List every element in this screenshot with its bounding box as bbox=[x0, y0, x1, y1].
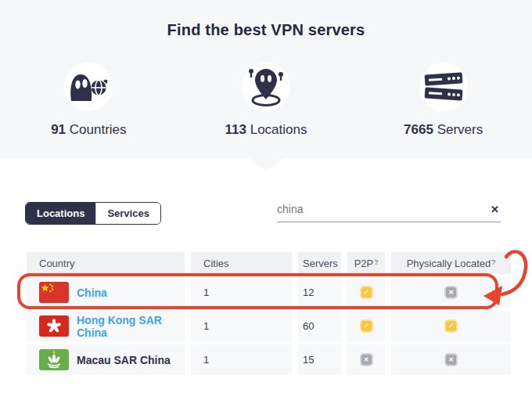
country-link[interactable]: Hong Kong SAR China bbox=[77, 314, 185, 339]
servers-count: 7665 bbox=[404, 122, 433, 137]
stat-countries-label: 91 Countries bbox=[51, 122, 126, 138]
help-mark[interactable]: ? bbox=[491, 258, 495, 266]
cell-p2p bbox=[347, 277, 385, 308]
view-toggle: Locations Services bbox=[25, 202, 161, 225]
page-title: Find the best VPN servers bbox=[0, 0, 532, 39]
cell-cities: 1 bbox=[191, 311, 292, 341]
stat-countries: 91 Countries bbox=[0, 63, 178, 138]
stat-servers-label: 7665 Servers bbox=[404, 122, 483, 138]
located-yes-icon bbox=[446, 321, 456, 331]
p2p-yes-icon bbox=[361, 287, 372, 297]
vpn-server-finder-page: Find the best VPN servers 91 Countrie bbox=[0, 0, 532, 393]
tab-locations[interactable]: Locations bbox=[26, 203, 95, 224]
clear-search-icon[interactable]: ✕ bbox=[491, 204, 499, 215]
stat-servers: 7665 Servers bbox=[354, 63, 532, 138]
toolbar: Locations Services ✕ bbox=[0, 202, 532, 225]
countries-count: 91 bbox=[51, 122, 66, 137]
p2p-no-icon bbox=[361, 355, 372, 365]
china-flag-icon bbox=[39, 282, 69, 303]
cell-located bbox=[391, 311, 511, 341]
cell-cities: 1 bbox=[191, 344, 292, 375]
cell-located bbox=[391, 277, 511, 308]
stat-locations-label: 113 Locations bbox=[225, 122, 307, 138]
locations-icon bbox=[242, 63, 290, 111]
hero-section: Find the best VPN servers 91 Countrie bbox=[0, 0, 532, 158]
cell-p2p bbox=[347, 311, 385, 341]
search-field: ✕ bbox=[277, 202, 501, 222]
cell-p2p bbox=[347, 344, 385, 375]
located-no-icon bbox=[446, 287, 456, 297]
cell-servers: 60 bbox=[298, 311, 341, 341]
servers-table: Country Cities Servers P2P? Physically L… bbox=[27, 252, 511, 375]
cell-cities: 1 bbox=[191, 277, 292, 308]
cell-servers: 15 bbox=[298, 344, 341, 375]
cell-located bbox=[391, 344, 511, 375]
stats-row: 91 Countries bbox=[0, 63, 532, 138]
table-row-hongkong-country[interactable]: Hong Kong SAR China bbox=[27, 311, 185, 341]
col-header-physically-located: Physically Located? bbox=[391, 252, 511, 274]
col-header-p2p: P2P? bbox=[347, 252, 385, 274]
country-link[interactable]: China bbox=[77, 287, 107, 299]
help-mark[interactable]: ? bbox=[374, 258, 378, 266]
col-header-cities: Cities bbox=[191, 252, 292, 274]
p2p-yes-icon bbox=[361, 321, 372, 331]
tab-services[interactable]: Services bbox=[95, 203, 160, 224]
col-header-country: Country bbox=[27, 252, 185, 274]
table-row-china-country[interactable]: China bbox=[27, 277, 185, 308]
hero-pointer-notch bbox=[249, 158, 283, 171]
locations-count: 113 bbox=[225, 122, 246, 137]
col-header-servers: Servers bbox=[298, 252, 341, 274]
ghost-icon bbox=[64, 63, 113, 111]
table-row-macau-country[interactable]: Macau SAR China bbox=[27, 344, 185, 375]
macau-flag-icon bbox=[39, 349, 69, 370]
cell-servers: 12 bbox=[298, 277, 341, 308]
hong-kong-flag-icon bbox=[39, 315, 69, 337]
servers-icon bbox=[419, 63, 468, 111]
located-no-icon bbox=[446, 355, 456, 365]
country-label[interactable]: Macau SAR China bbox=[77, 354, 171, 366]
search-input[interactable] bbox=[277, 203, 473, 215]
stat-locations: 113 Locations bbox=[178, 63, 355, 138]
